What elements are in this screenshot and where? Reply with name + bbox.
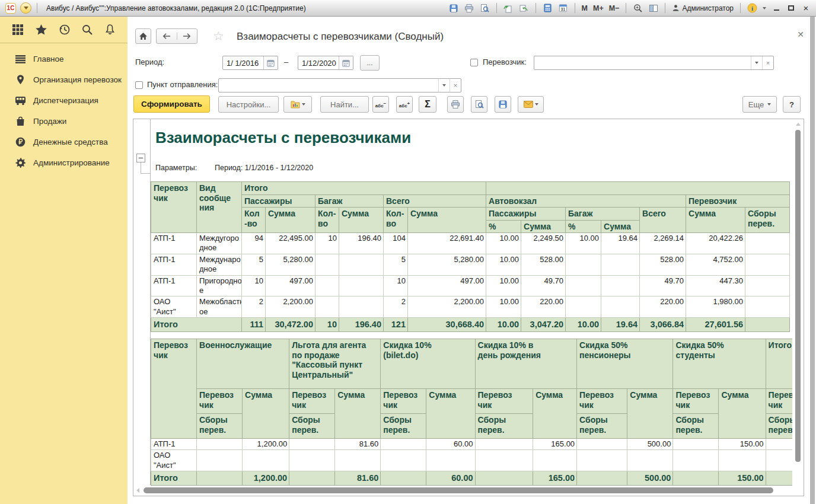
horizontal-scroll-thumb[interactable] <box>144 487 773 493</box>
collapse-group-button[interactable] <box>136 154 145 162</box>
info-dropdown-icon[interactable] <box>763 7 766 9</box>
cell <box>601 296 640 318</box>
scroll-up-icon[interactable] <box>796 123 801 126</box>
menu-bars-icon <box>15 55 26 63</box>
report-variants-button[interactable] <box>283 96 312 113</box>
print-button[interactable] <box>447 96 464 113</box>
cell <box>601 275 640 296</box>
sidebar-item-transport-org[interactable]: Организация перевозок <box>0 69 128 90</box>
sidebar-item-money[interactable]: Денежные средства <box>0 132 128 152</box>
forward-button[interactable] <box>177 33 197 40</box>
calculator-icon[interactable] <box>543 3 553 13</box>
form-close-button[interactable]: ✕ <box>795 30 806 39</box>
collapse-groups-button[interactable]: aбc− <box>372 96 389 113</box>
print-icon[interactable] <box>464 3 474 13</box>
cell: АТП-1 <box>151 439 197 450</box>
cell: 10.00 <box>566 233 601 254</box>
calendar-picker-icon[interactable] <box>263 56 278 69</box>
search-icon[interactable] <box>81 24 93 36</box>
sum-button[interactable]: Σ <box>419 96 436 113</box>
period-from-field[interactable]: 1/ 1/2016 <box>222 56 278 70</box>
svg-text:31: 31 <box>560 7 565 11</box>
apps-grid-icon[interactable] <box>12 24 24 36</box>
history-icon[interactable] <box>59 24 71 36</box>
mail-button[interactable] <box>518 96 544 113</box>
cell: 2,200.00 <box>408 296 486 318</box>
cell: 10 <box>384 275 408 296</box>
carrier-combo[interactable]: × <box>534 56 774 70</box>
total-cell: 196.40 <box>339 318 384 332</box>
carrier-checkbox[interactable] <box>470 59 478 66</box>
dropdown-arrow-icon[interactable] <box>751 56 762 69</box>
split-view-icon[interactable] <box>648 3 658 13</box>
favorites-star-icon[interactable] <box>35 24 47 36</box>
more-button[interactable]: Еще <box>742 96 777 113</box>
sidebar-item-sales[interactable]: Продажи <box>0 111 128 132</box>
cell: 104 <box>384 233 408 254</box>
info-icon[interactable]: i <box>747 3 757 13</box>
total-cell <box>381 471 426 486</box>
favorite-star-icon[interactable]: ☆ <box>213 30 224 43</box>
cell: 20,422.26 <box>686 233 745 254</box>
cell <box>745 254 790 275</box>
calendar-icon[interactable]: 31 <box>558 3 568 13</box>
departure-combo[interactable]: × <box>218 78 461 92</box>
header-filler <box>486 182 790 195</box>
total-cell: 111 <box>242 318 266 332</box>
print-preview-icon[interactable] <box>480 3 490 13</box>
window-right-scrollbar[interactable] <box>810 17 815 504</box>
generate-button[interactable]: Сформировать <box>133 95 210 113</box>
clear-icon[interactable]: × <box>450 79 461 92</box>
period-from-value[interactable]: 1/ 1/2016 <box>223 56 263 69</box>
vertical-scrollbar[interactable] <box>794 120 802 486</box>
close-window-button[interactable]: × <box>801 3 811 13</box>
header-group: Скидка 50% студенты <box>673 339 766 389</box>
cell: Межобластн ое <box>197 296 242 318</box>
home-button[interactable] <box>135 28 151 44</box>
period-to-value[interactable]: 1/12/2020 <box>298 56 339 69</box>
find-button[interactable]: Найти... <box>320 96 369 113</box>
departure-checkbox[interactable] <box>135 81 143 89</box>
back-button[interactable] <box>157 33 177 40</box>
header-qty: Кол- во <box>315 208 339 233</box>
cell: 10.00 <box>486 254 521 275</box>
save-icon[interactable] <box>449 3 459 13</box>
cell <box>766 439 792 450</box>
notifications-bell-icon[interactable] <box>104 24 116 36</box>
main-menu-button[interactable] <box>20 2 31 14</box>
expand-groups-button[interactable]: aбc+ <box>396 96 413 113</box>
preview-button[interactable] <box>471 96 487 113</box>
settings-button[interactable]: Настройки... <box>218 96 279 113</box>
send-link-icon[interactable] <box>503 3 514 13</box>
memory-m-plus-button[interactable]: M+ <box>593 4 604 12</box>
header-sub-carrier: Перевоз чик <box>673 389 719 414</box>
help-button[interactable]: ? <box>783 96 801 113</box>
header-sub-carrier: Перевоз чик <box>766 389 792 414</box>
header-sub-carrier: Перевоз чик <box>577 389 627 414</box>
cell <box>197 439 243 450</box>
zoom-icon[interactable] <box>633 3 643 13</box>
discounts-table: Перевоз чик Военнослужащие Льгота для аг… <box>151 339 792 486</box>
calendar-picker-icon[interactable] <box>339 56 353 69</box>
scroll-left-icon[interactable] <box>136 488 139 493</box>
cell <box>339 254 384 275</box>
header-sub-fees: Сборы перев. <box>289 414 335 439</box>
vertical-scroll-thumb[interactable] <box>795 130 801 462</box>
clear-icon[interactable]: × <box>762 56 773 69</box>
memory-m-minus-button[interactable]: M− <box>609 4 620 12</box>
sidebar-item-administration[interactable]: Администрирование <box>0 152 128 173</box>
period-to-field[interactable]: 1/12/2020 <box>298 56 353 70</box>
memory-m-button[interactable]: M <box>582 4 588 12</box>
minimize-button[interactable] <box>772 3 781 13</box>
sidebar-item-main[interactable]: Главное <box>0 49 128 69</box>
period-more-button[interactable]: ... <box>360 55 380 71</box>
header-passengers: Пассажиры <box>242 194 315 208</box>
sidebar-item-dispatching[interactable]: Диспетчеризация <box>0 90 128 111</box>
maximize-button[interactable] <box>786 3 796 13</box>
dropdown-arrow-icon[interactable] <box>438 79 450 92</box>
cell <box>335 450 381 471</box>
get-link-icon[interactable] <box>519 3 529 13</box>
current-user[interactable]: Администратор <box>672 4 734 12</box>
horizontal-scrollbar[interactable] <box>135 487 792 494</box>
save-report-button[interactable] <box>495 96 511 113</box>
